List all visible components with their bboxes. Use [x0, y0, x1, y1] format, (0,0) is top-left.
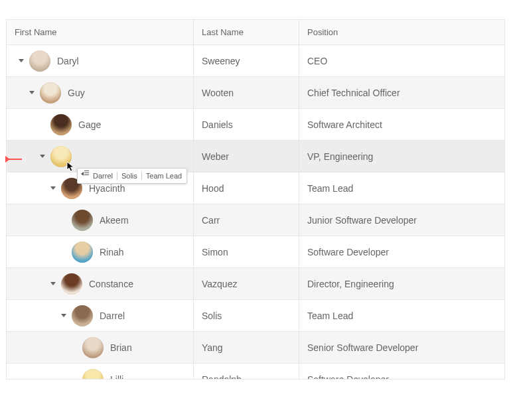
cell-position: CEO: [299, 45, 505, 76]
last-name-text: Randolph: [202, 374, 242, 380]
cell-position: Team Lead: [299, 300, 505, 331]
table-row[interactable]: ConstanceVazquezDirector, Engineering: [7, 268, 505, 300]
table-row[interactable]: DarrelSolisTeam Lead: [7, 300, 505, 332]
first-name-text: Darrel: [100, 311, 125, 321]
last-name-text: Wooten: [202, 88, 234, 98]
last-name-text: Daniels: [202, 119, 233, 130]
expand-toggle[interactable]: [50, 186, 61, 190]
cell-last-name: Solis: [194, 300, 299, 331]
expand-toggle[interactable]: [29, 91, 40, 94]
cell-last-name: Simon: [194, 236, 299, 267]
position-text: Chief Technical Officer: [307, 88, 400, 98]
first-name-text: Guy: [68, 88, 85, 98]
first-name-text: Daryl: [57, 56, 79, 66]
cell-first-name: Guy: [7, 77, 194, 108]
column-header-last-name[interactable]: Last Name: [194, 20, 299, 44]
position-text: Senior Software Developer: [307, 342, 418, 353]
cell-first-name: [7, 141, 194, 172]
cell-first-name: Gage: [7, 109, 194, 140]
avatar: [72, 210, 93, 231]
cell-last-name: Daniels: [194, 109, 299, 140]
position-text: Junior Software Developer: [307, 215, 417, 226]
position-text: VP, Engineering: [307, 151, 373, 162]
table-row[interactable]: BrianYangSenior Software Developer: [7, 332, 505, 364]
cell-position: Chief Technical Officer: [299, 77, 505, 108]
chevron-down-icon: [29, 91, 35, 94]
last-name-text: Weber: [202, 151, 229, 162]
first-name-text: Constance: [89, 279, 133, 289]
chevron-down-icon: [50, 186, 56, 190]
table-row[interactable]: AkeemCarrJunior Software Developer: [7, 204, 505, 236]
cell-position: Software Developer: [299, 236, 505, 267]
last-name-text: Vazquez: [202, 279, 237, 289]
avatar: [50, 146, 72, 167]
cell-position: Team Lead: [299, 173, 505, 204]
first-name-text: Rinah: [100, 247, 124, 257]
last-name-text: Sweeney: [202, 56, 240, 66]
cell-last-name: Vazquez: [194, 268, 299, 299]
cell-position: Software Architect: [299, 109, 505, 140]
position-text: Team Lead: [307, 183, 353, 194]
avatar: [50, 114, 72, 135]
last-name-text: Yang: [202, 342, 223, 353]
cell-first-name: Rinah: [7, 236, 194, 267]
cell-position: Senior Software Developer: [299, 332, 505, 363]
avatar: [72, 305, 93, 326]
avatar: [40, 82, 61, 104]
table-row[interactable]: GageDanielsSoftware Architect: [7, 109, 505, 141]
cell-last-name: Hood: [194, 173, 299, 204]
cell-first-name: Hyacinth: [7, 173, 194, 204]
table-row[interactable]: LilliRandolphSoftware Developer: [7, 364, 505, 380]
avatar: [72, 242, 93, 263]
row-drop-indicator: [6, 159, 22, 160]
expand-toggle: [72, 346, 82, 349]
position-text: Software Developer: [307, 374, 389, 380]
position-text: Director, Engineering: [307, 279, 394, 289]
cell-last-name: Yang: [194, 332, 299, 363]
cell-position: Software Developer: [299, 364, 505, 380]
table-row[interactable]: DarylSweeneyCEO: [7, 45, 505, 77]
expand-toggle[interactable]: [40, 155, 50, 158]
cell-last-name: Carr: [194, 204, 299, 236]
cell-last-name: Wooten: [194, 77, 299, 108]
avatar: [61, 273, 82, 295]
cell-last-name: Weber: [194, 141, 299, 172]
expand-toggle[interactable]: [50, 282, 61, 285]
position-text: CEO: [307, 56, 327, 66]
first-name-text: Akeem: [100, 215, 129, 226]
cell-first-name: Darrel: [7, 300, 194, 331]
tree-list-grid: First Name Last Name Position DarylSween…: [6, 19, 505, 380]
cell-last-name: Randolph: [194, 364, 299, 380]
column-header-first-name[interactable]: First Name: [7, 20, 194, 44]
avatar: [29, 50, 50, 72]
first-name-text: Hyacinth: [89, 183, 125, 194]
cell-first-name: Daryl: [7, 45, 194, 76]
column-header-row: First Name Last Name Position: [7, 20, 505, 45]
expand-toggle: [61, 218, 72, 222]
cell-first-name: Constance: [7, 268, 194, 299]
table-row[interactable]: GuyWootenChief Technical Officer: [7, 77, 505, 109]
column-header-position[interactable]: Position: [299, 20, 505, 44]
table-row[interactable]: RinahSimonSoftware Developer: [7, 236, 505, 268]
cell-first-name: Lilli: [7, 364, 194, 380]
expand-toggle[interactable]: [19, 59, 29, 62]
cell-first-name: Brian: [7, 332, 194, 363]
last-name-text: Solis: [202, 311, 222, 321]
expand-toggle[interactable]: [61, 314, 72, 317]
expand-toggle: [61, 250, 72, 253]
table-row[interactable]: WeberVP, Engineering: [7, 141, 505, 173]
cell-last-name: Sweeney: [194, 45, 299, 76]
position-text: Software Architect: [307, 119, 382, 130]
cell-first-name: Akeem: [7, 204, 194, 236]
last-name-text: Carr: [202, 215, 220, 226]
cell-position: VP, Engineering: [299, 141, 505, 172]
last-name-text: Simon: [202, 247, 228, 257]
table-row[interactable]: HyacinthHoodTeam Lead: [7, 173, 505, 204]
position-text: Software Developer: [307, 247, 389, 257]
avatar: [82, 369, 104, 380]
first-name-text: Gage: [78, 119, 101, 130]
chevron-down-icon: [40, 155, 45, 158]
avatar: [82, 337, 104, 358]
tree-list-body: DarylSweeneyCEOGuyWootenChief Technical …: [7, 45, 505, 380]
chevron-down-icon: [50, 282, 56, 285]
